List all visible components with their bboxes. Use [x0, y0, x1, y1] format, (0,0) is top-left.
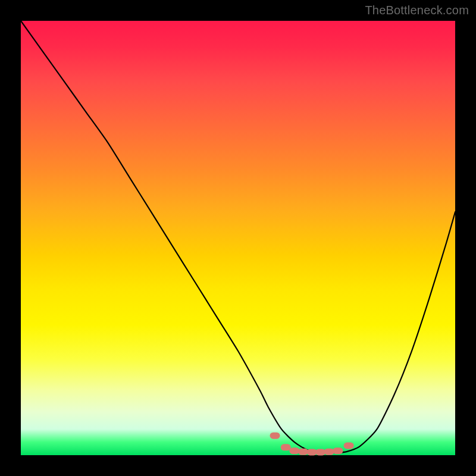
valley-marker: [324, 449, 334, 455]
curve-svg: [21, 21, 455, 455]
valley-marker: [298, 449, 308, 455]
valley-marker: [344, 442, 354, 449]
valley-marker: [281, 444, 291, 450]
valley-marker: [289, 447, 299, 454]
watermark-text: TheBottleneck.com: [365, 4, 469, 17]
valley-markers-group: [270, 433, 354, 456]
valley-marker: [307, 449, 317, 455]
chart-container: TheBottleneck.com: [0, 0, 476, 476]
valley-marker: [270, 433, 280, 439]
bottleneck-curve: [21, 21, 455, 453]
plot-area: [21, 21, 455, 455]
valley-marker: [315, 449, 325, 455]
valley-marker: [333, 447, 343, 454]
